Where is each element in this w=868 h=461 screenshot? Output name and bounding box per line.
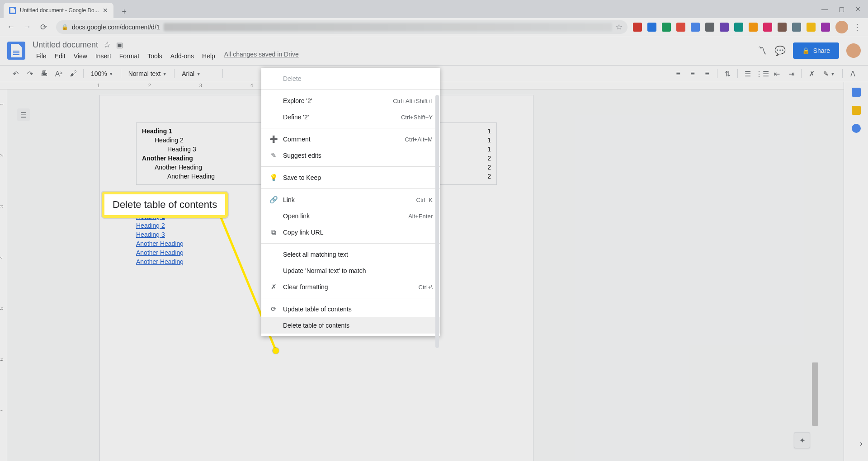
address-bar[interactable]: 🔒 docs.google.com/document/d/1 ☆ (56, 20, 627, 34)
extension-icon[interactable] (734, 23, 743, 32)
line-spacing-button[interactable]: ⇅ (721, 67, 734, 80)
style-dropdown[interactable]: Normal text▼ (125, 68, 170, 79)
extension-icon[interactable] (633, 23, 642, 32)
explore-button[interactable]: ✦ (794, 432, 810, 448)
browser-tab-strip: Untitled document - Google Do... ✕ + — ▢… (0, 0, 868, 18)
context-menu-item[interactable]: Select all matching text (261, 246, 440, 263)
menu-format[interactable]: Format (116, 51, 143, 61)
extension-icons (633, 23, 834, 32)
extension-icon[interactable] (705, 23, 714, 32)
chrome-menu-icon[interactable]: ⋮ (850, 20, 864, 34)
context-menu-item[interactable]: ➕CommentCtrl+Alt+M (261, 131, 440, 147)
context-menu-item[interactable]: Open linkAlt+Enter (261, 208, 440, 224)
context-menu-item[interactable]: ⧉Copy link URL (261, 224, 440, 240)
extension-icon[interactable] (691, 23, 700, 32)
new-tab-button[interactable]: + (118, 5, 131, 18)
decrease-indent-button[interactable]: ⇤ (770, 67, 783, 80)
extension-icon[interactable] (749, 23, 758, 32)
docs-logo-icon[interactable] (7, 42, 25, 60)
scrollbar-thumb[interactable] (812, 362, 818, 426)
minimize-button[interactable]: — (821, 5, 828, 13)
increase-indent-button[interactable]: ⇥ (785, 67, 797, 80)
extension-icon[interactable] (792, 23, 801, 32)
paint-format-button[interactable]: 🖌 (67, 67, 80, 80)
context-menu-item[interactable]: ✗Clear formattingCtrl+\ (261, 279, 440, 295)
redo-button[interactable]: ↷ (24, 67, 36, 80)
context-menu-item[interactable]: Update 'Normal text' to match (261, 263, 440, 279)
bookmark-star-icon[interactable]: ☆ (616, 23, 622, 31)
docs-header: Untitled document ☆ ▣ FileEditViewInsert… (0, 36, 868, 65)
keep-icon[interactable] (852, 106, 861, 115)
star-document-icon[interactable]: ☆ (104, 40, 111, 50)
align-center-button[interactable]: ≡ (686, 67, 699, 80)
outline-toggle-button[interactable]: ☰ (17, 108, 30, 121)
vertical-scrollbar[interactable] (812, 173, 818, 444)
context-menu-item[interactable]: Define '2'Ctrl+Shift+Y (261, 109, 440, 125)
undo-button[interactable]: ↶ (9, 67, 22, 80)
context-menu-item[interactable]: ✎Suggest edits (261, 147, 440, 164)
vertical-ruler[interactable]: 1234567 (0, 89, 7, 461)
reload-button[interactable]: ⟳ (36, 20, 51, 34)
menu-view[interactable]: View (70, 51, 91, 61)
extension-icon[interactable] (778, 23, 787, 32)
menu-bar: FileEditViewInsertFormatToolsAdd-onsHelp… (33, 51, 299, 61)
activity-icon[interactable]: 〽 (757, 45, 768, 56)
bulleted-list-button[interactable]: ⋮☰ (756, 67, 769, 80)
numbered-list-button[interactable]: ☰ (741, 67, 754, 80)
context-menu-item[interactable]: 🔗LinkCtrl+K (261, 192, 440, 208)
font-dropdown[interactable]: Arial▼ (178, 68, 219, 79)
maximize-button[interactable]: ▢ (839, 5, 844, 13)
extension-icon[interactable] (807, 23, 816, 32)
menu-insert[interactable]: Insert (92, 51, 115, 61)
browser-tab[interactable]: Untitled document - Google Do... ✕ (4, 3, 113, 18)
browser-toolbar: ← → ⟳ 🔒 docs.google.com/document/d/1 ☆ ⋮ (0, 18, 868, 36)
context-menu-item[interactable]: Delete table of contents (261, 317, 440, 334)
extension-icon[interactable] (647, 23, 656, 32)
menu-edit[interactable]: Edit (51, 51, 69, 61)
collapse-toolbar-button[interactable]: ᐱ (846, 67, 859, 80)
move-document-icon[interactable]: ▣ (116, 41, 123, 49)
spellcheck-button[interactable]: Aᵃ (52, 67, 65, 80)
clear-formatting-button[interactable]: ✗ (805, 67, 818, 80)
context-menu-scrollbar[interactable] (435, 95, 439, 348)
menu-item-icon: 💡 (269, 174, 278, 182)
context-menu-item[interactable]: Explore '2'Ctrl+Alt+Shift+I (261, 93, 440, 109)
extension-icon[interactable] (821, 23, 830, 32)
context-menu: DeleteExplore '2'Ctrl+Alt+Shift+IDefine … (261, 68, 440, 336)
context-menu-item[interactable]: 💡Save to Keep (261, 169, 440, 186)
side-panel-expand-icon[interactable]: › (860, 439, 863, 448)
extension-icon[interactable] (763, 23, 772, 32)
menu-add-ons[interactable]: Add-ons (167, 51, 198, 61)
tab-close-icon[interactable]: ✕ (103, 7, 108, 14)
extension-icon[interactable] (676, 23, 685, 32)
url-redacted (164, 23, 612, 31)
save-status[interactable]: All changes saved in Drive (224, 51, 299, 61)
back-button[interactable]: ← (4, 20, 18, 34)
lock-icon: 🔒 (61, 24, 68, 30)
menu-item-icon: ⟳ (269, 305, 278, 313)
align-left-button[interactable]: ≡ (672, 67, 684, 80)
annotation-callout: Delete table of contents (102, 192, 228, 218)
context-menu-item: Delete (261, 71, 440, 87)
menu-item-icon: ⧉ (269, 228, 278, 236)
tasks-icon[interactable] (852, 124, 861, 133)
calendar-icon[interactable] (852, 88, 861, 97)
editing-mode-dropdown[interactable]: ✎▼ (820, 68, 839, 79)
account-avatar[interactable] (846, 43, 861, 58)
align-right-button[interactable]: ≡ (701, 67, 713, 80)
extension-icon[interactable] (662, 23, 671, 32)
forward-button[interactable]: → (20, 20, 34, 34)
menu-help[interactable]: Help (198, 51, 219, 61)
print-button[interactable]: 🖶 (38, 67, 51, 80)
comments-icon[interactable]: 💬 (775, 45, 786, 56)
extension-icon[interactable] (720, 23, 729, 32)
annotation-dot (273, 348, 279, 354)
profile-avatar[interactable] (835, 21, 848, 33)
menu-file[interactable]: File (33, 51, 50, 61)
document-title[interactable]: Untitled document (33, 40, 98, 50)
zoom-dropdown[interactable]: 100%▼ (87, 68, 117, 79)
share-button[interactable]: 🔒 Share (793, 42, 839, 59)
menu-tools[interactable]: Tools (144, 51, 166, 61)
context-menu-item[interactable]: ⟳Update table of contents (261, 301, 440, 317)
close-button[interactable]: ✕ (855, 5, 861, 13)
